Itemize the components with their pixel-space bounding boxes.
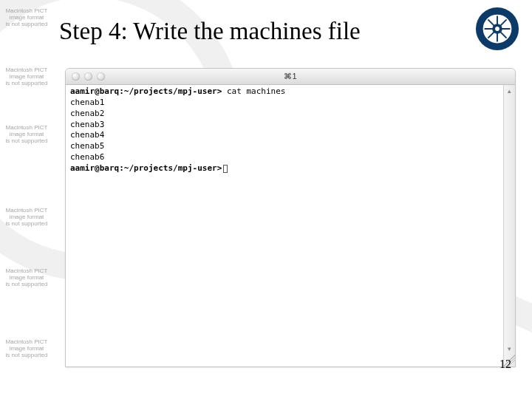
terminal-prompt: aamir@barq:~/projects/mpj-user>: [70, 86, 222, 96]
scrollbar[interactable]: ▴ ▾: [503, 85, 515, 366]
slide-title: Step 4: Write the machines file: [59, 18, 361, 45]
close-icon[interactable]: [72, 72, 80, 81]
pict-placeholder: Macintosh PICTimage formatis not support…: [1, 207, 52, 228]
terminal-prompt-line: aamir@barq:~/projects/mpj-user> cat mach…: [70, 86, 499, 98]
pict-placeholder: Macintosh PICTimage formatis not support…: [1, 66, 52, 87]
svg-point-7: [495, 27, 499, 31]
terminal-output-line: chenab5: [70, 141, 499, 152]
terminal-prompt: aamir@barq:~/projects/mpj-user>: [70, 163, 222, 173]
terminal-command: cat machines: [222, 86, 285, 96]
terminal-window: ⌘1 aamir@barq:~/projects/mpj-user> cat m…: [65, 68, 516, 367]
scroll-down-icon[interactable]: ▾: [504, 343, 515, 355]
page-number: 12: [499, 358, 511, 371]
terminal-body[interactable]: aamir@barq:~/projects/mpj-user> cat mach…: [66, 85, 503, 366]
terminal-title: ⌘1: [284, 72, 296, 81]
pict-placeholder: Macintosh PICTimage formatis not support…: [1, 7, 52, 28]
cursor-icon: [223, 165, 228, 173]
pict-placeholder: Macintosh PICTimage formatis not support…: [1, 267, 52, 288]
traffic-lights: [72, 72, 105, 81]
terminal-output-line: chenab3: [70, 120, 499, 131]
terminal-output-line: chenab2: [70, 109, 499, 120]
pict-placeholder: Macintosh PICTimage formatis not support…: [1, 338, 52, 359]
terminal-titlebar[interactable]: ⌘1: [66, 69, 515, 85]
terminal-output-line: chenab6: [70, 152, 499, 163]
pict-placeholder: Macintosh PICTimage formatis not support…: [1, 124, 52, 145]
terminal-output-line: chenab4: [70, 130, 499, 141]
terminal-prompt-line: aamir@barq:~/projects/mpj-user>: [70, 163, 499, 174]
institution-logo: [474, 6, 520, 52]
scroll-up-icon[interactable]: ▴: [504, 85, 515, 97]
minimize-icon[interactable]: [84, 72, 92, 81]
terminal-output-line: chenab1: [70, 98, 499, 109]
zoom-icon[interactable]: [97, 72, 105, 81]
